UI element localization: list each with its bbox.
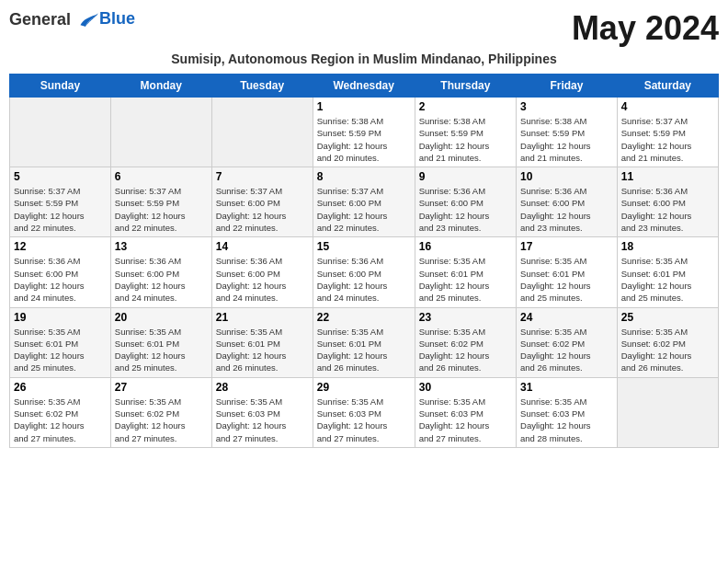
day-info: Sunrise: 5:37 AMSunset: 5:59 PMDaylight:… (115, 185, 208, 234)
table-row: 30Sunrise: 5:35 AMSunset: 6:03 PMDayligh… (415, 377, 516, 447)
day-number: 7 (216, 170, 309, 183)
table-row: 16Sunrise: 5:35 AMSunset: 6:01 PMDayligh… (415, 237, 516, 307)
page-header: General Blue May 2024 (9, 9, 719, 48)
table-row (10, 98, 111, 167)
header-tuesday: Tuesday (211, 75, 313, 98)
table-row: 19Sunrise: 5:35 AMSunset: 6:01 PMDayligh… (10, 307, 111, 377)
day-info: Sunrise: 5:35 AMSunset: 6:01 PMDaylight:… (419, 255, 512, 304)
day-number: 10 (520, 170, 613, 183)
day-info: Sunrise: 5:35 AMSunset: 6:03 PMDaylight:… (520, 396, 613, 444)
day-info: Sunrise: 5:35 AMSunset: 6:02 PMDaylight:… (621, 326, 714, 374)
day-info: Sunrise: 5:35 AMSunset: 6:01 PMDaylight:… (520, 255, 613, 304)
table-row: 27Sunrise: 5:35 AMSunset: 6:02 PMDayligh… (110, 377, 211, 447)
day-number: 2 (419, 100, 512, 113)
header-thursday: Thursday (415, 75, 516, 98)
calendar-week-row: 12Sunrise: 5:36 AMSunset: 6:00 PMDayligh… (10, 237, 719, 307)
day-number: 21 (216, 311, 309, 324)
day-number: 13 (115, 240, 208, 253)
day-info: Sunrise: 5:38 AMSunset: 5:59 PMDaylight:… (317, 115, 411, 164)
table-row: 26Sunrise: 5:35 AMSunset: 6:02 PMDayligh… (10, 377, 111, 447)
day-number: 6 (115, 170, 208, 183)
day-info: Sunrise: 5:38 AMSunset: 5:59 PMDaylight:… (419, 115, 512, 164)
table-row: 12Sunrise: 5:36 AMSunset: 6:00 PMDayligh… (10, 237, 111, 307)
table-row: 18Sunrise: 5:35 AMSunset: 6:01 PMDayligh… (617, 237, 718, 307)
day-number: 4 (621, 100, 714, 113)
table-row: 21Sunrise: 5:35 AMSunset: 6:01 PMDayligh… (211, 307, 313, 377)
day-number: 25 (621, 311, 714, 324)
table-row: 5Sunrise: 5:37 AMSunset: 5:59 PMDaylight… (10, 167, 111, 237)
table-row (617, 377, 718, 447)
table-row: 13Sunrise: 5:36 AMSunset: 6:00 PMDayligh… (110, 237, 211, 307)
day-number: 1 (317, 100, 411, 113)
day-info: Sunrise: 5:35 AMSunset: 6:02 PMDaylight:… (115, 396, 208, 444)
table-row: 2Sunrise: 5:38 AMSunset: 5:59 PMDaylight… (415, 98, 516, 167)
day-info: Sunrise: 5:37 AMSunset: 5:59 PMDaylight:… (621, 115, 714, 164)
table-row: 14Sunrise: 5:36 AMSunset: 6:00 PMDayligh… (211, 237, 313, 307)
table-row: 31Sunrise: 5:35 AMSunset: 6:03 PMDayligh… (517, 377, 618, 447)
header-saturday: Saturday (617, 75, 718, 98)
day-info: Sunrise: 5:35 AMSunset: 6:01 PMDaylight:… (317, 326, 411, 374)
table-row: 10Sunrise: 5:36 AMSunset: 6:00 PMDayligh… (517, 167, 618, 237)
table-row (110, 98, 211, 167)
logo-line1: General (9, 10, 71, 29)
month-title: May 2024 (572, 9, 719, 48)
day-info: Sunrise: 5:35 AMSunset: 6:01 PMDaylight:… (621, 255, 714, 304)
day-info: Sunrise: 5:35 AMSunset: 6:03 PMDaylight:… (419, 396, 512, 444)
calendar-week-row: 19Sunrise: 5:35 AMSunset: 6:01 PMDayligh… (10, 307, 719, 377)
day-info: Sunrise: 5:35 AMSunset: 6:02 PMDaylight:… (14, 396, 107, 444)
table-row: 8Sunrise: 5:37 AMSunset: 6:00 PMDaylight… (313, 167, 415, 237)
table-row: 15Sunrise: 5:36 AMSunset: 6:00 PMDayligh… (313, 237, 415, 307)
logo: General Blue (9, 9, 135, 31)
header-monday: Monday (110, 75, 211, 98)
day-number: 12 (14, 240, 107, 253)
day-number: 16 (419, 240, 512, 253)
header-sunday: Sunday (10, 75, 111, 98)
day-info: Sunrise: 5:35 AMSunset: 6:02 PMDaylight:… (520, 326, 613, 374)
calendar-week-row: 26Sunrise: 5:35 AMSunset: 6:02 PMDayligh… (10, 377, 719, 447)
day-number: 28 (216, 381, 309, 394)
day-info: Sunrise: 5:36 AMSunset: 6:00 PMDaylight:… (14, 255, 107, 304)
day-info: Sunrise: 5:38 AMSunset: 5:59 PMDaylight:… (520, 115, 613, 164)
day-info: Sunrise: 5:35 AMSunset: 6:01 PMDaylight:… (14, 326, 107, 374)
day-number: 26 (14, 381, 107, 394)
calendar-week-row: 5Sunrise: 5:37 AMSunset: 5:59 PMDaylight… (10, 167, 719, 237)
day-info: Sunrise: 5:35 AMSunset: 6:03 PMDaylight:… (216, 396, 309, 444)
calendar-table: Sunday Monday Tuesday Wednesday Thursday… (9, 74, 719, 448)
day-info: Sunrise: 5:37 AMSunset: 6:00 PMDaylight:… (216, 185, 309, 234)
day-number: 22 (317, 311, 411, 324)
table-row: 24Sunrise: 5:35 AMSunset: 6:02 PMDayligh… (517, 307, 618, 377)
table-row: 22Sunrise: 5:35 AMSunset: 6:01 PMDayligh… (313, 307, 415, 377)
day-info: Sunrise: 5:35 AMSunset: 6:03 PMDaylight:… (317, 396, 411, 444)
day-number: 17 (520, 240, 613, 253)
day-info: Sunrise: 5:35 AMSunset: 6:02 PMDaylight:… (419, 326, 512, 374)
day-info: Sunrise: 5:36 AMSunset: 6:00 PMDaylight:… (115, 255, 208, 304)
day-number: 30 (419, 381, 512, 394)
day-number: 18 (621, 240, 714, 253)
day-number: 9 (419, 170, 512, 183)
table-row: 6Sunrise: 5:37 AMSunset: 5:59 PMDaylight… (110, 167, 211, 237)
calendar-subtitle: Sumisip, Autonomous Region in Muslim Min… (9, 52, 719, 66)
day-info: Sunrise: 5:35 AMSunset: 6:01 PMDaylight:… (115, 326, 208, 374)
table-row: 1Sunrise: 5:38 AMSunset: 5:59 PMDaylight… (313, 98, 415, 167)
day-info: Sunrise: 5:36 AMSunset: 6:00 PMDaylight:… (621, 185, 714, 234)
table-row: 28Sunrise: 5:35 AMSunset: 6:03 PMDayligh… (211, 377, 313, 447)
table-row: 23Sunrise: 5:35 AMSunset: 6:02 PMDayligh… (415, 307, 516, 377)
table-row: 29Sunrise: 5:35 AMSunset: 6:03 PMDayligh… (313, 377, 415, 447)
day-number: 27 (115, 381, 208, 394)
header-wednesday: Wednesday (313, 75, 415, 98)
table-row (211, 98, 313, 167)
calendar-header-row: Sunday Monday Tuesday Wednesday Thursday… (10, 75, 719, 98)
day-number: 5 (14, 170, 107, 183)
day-info: Sunrise: 5:35 AMSunset: 6:01 PMDaylight:… (216, 326, 309, 374)
day-info: Sunrise: 5:37 AMSunset: 5:59 PMDaylight:… (14, 185, 107, 234)
day-info: Sunrise: 5:36 AMSunset: 6:00 PMDaylight:… (216, 255, 309, 304)
day-info: Sunrise: 5:36 AMSunset: 6:00 PMDaylight:… (419, 185, 512, 234)
day-number: 20 (115, 311, 208, 324)
day-number: 23 (419, 311, 512, 324)
day-number: 8 (317, 170, 411, 183)
calendar-week-row: 1Sunrise: 5:38 AMSunset: 5:59 PMDaylight… (10, 98, 719, 167)
header-friday: Friday (517, 75, 618, 98)
table-row: 11Sunrise: 5:36 AMSunset: 6:00 PMDayligh… (617, 167, 718, 237)
table-row: 20Sunrise: 5:35 AMSunset: 6:01 PMDayligh… (110, 307, 211, 377)
logo-bird-icon (77, 9, 99, 31)
